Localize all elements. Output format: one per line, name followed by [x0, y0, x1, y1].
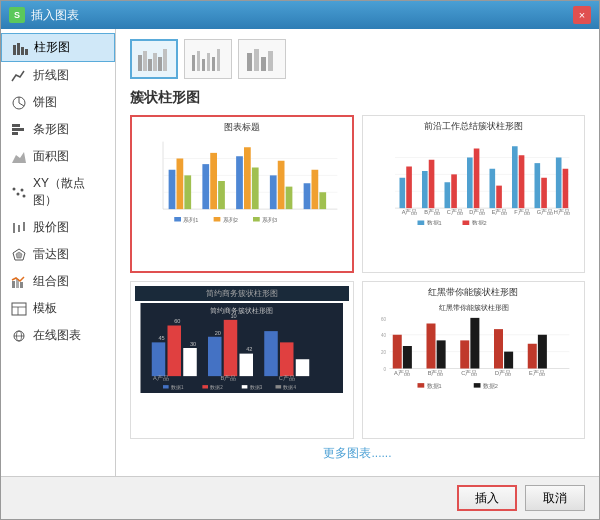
sidebar-label-area: 面积图 — [33, 148, 69, 165]
svg-rect-51 — [177, 159, 184, 210]
online-chart-icon — [11, 329, 27, 343]
pie-chart-icon — [11, 96, 27, 110]
svg-marker-10 — [12, 152, 26, 163]
sidebar-item-bar-chart[interactable]: 柱形图 — [1, 33, 115, 62]
scatter-chart-icon — [11, 185, 27, 199]
svg-rect-139 — [436, 340, 445, 368]
svg-text:C产品: C产品 — [279, 374, 295, 381]
sidebar-label-scatter: XY（散点图） — [33, 175, 105, 209]
svg-rect-39 — [212, 57, 215, 71]
sidebar-item-pie-chart[interactable]: 饼图 — [1, 89, 115, 116]
cancel-button[interactable]: 取消 — [525, 485, 585, 511]
svg-rect-123 — [163, 385, 169, 388]
close-button[interactable]: × — [573, 6, 591, 24]
svg-point-13 — [21, 189, 24, 192]
chart-card-title-0: 图表标题 — [136, 121, 348, 134]
svg-text:数据1: 数据1 — [426, 220, 441, 225]
svg-rect-9 — [12, 132, 18, 135]
svg-rect-59 — [270, 175, 277, 209]
svg-rect-129 — [276, 385, 282, 388]
more-charts-link[interactable]: 更多图表...... — [323, 446, 391, 460]
svg-rect-34 — [163, 49, 167, 71]
svg-rect-69 — [253, 217, 260, 222]
svg-rect-8 — [12, 128, 24, 131]
svg-rect-127 — [242, 385, 248, 388]
svg-marker-19 — [16, 252, 22, 258]
svg-rect-140 — [460, 340, 469, 368]
svg-text:系列2: 系列2 — [223, 217, 238, 223]
sidebar-item-hbar-chart[interactable]: 条形图 — [1, 116, 115, 143]
svg-rect-43 — [261, 57, 266, 71]
svg-rect-53 — [202, 164, 209, 209]
svg-rect-2 — [21, 47, 24, 55]
svg-rect-86 — [473, 149, 479, 209]
svg-text:数据1: 数据1 — [171, 385, 184, 390]
svg-rect-157 — [473, 383, 480, 388]
sidebar-item-stock-chart[interactable]: 股价图 — [1, 214, 115, 241]
svg-rect-138 — [426, 324, 435, 369]
svg-text:42: 42 — [246, 346, 252, 352]
insert-button[interactable]: 插入 — [457, 485, 517, 511]
svg-rect-42 — [254, 49, 259, 71]
svg-rect-67 — [214, 217, 221, 222]
chart-thumb-1[interactable] — [184, 39, 232, 79]
svg-text:A产品: A产品 — [401, 208, 417, 215]
sidebar-label-online: 在线图表 — [33, 327, 81, 344]
svg-rect-77 — [406, 167, 412, 209]
svg-rect-57 — [244, 147, 251, 209]
svg-text:红黑带你能簇状柱形图: 红黑带你能簇状柱形图 — [438, 304, 508, 312]
sidebar-item-combo-chart[interactable]: 组合图 — [1, 268, 115, 295]
main-content: 簇状柱形图 图表标题 — [116, 29, 599, 476]
svg-text:数据4: 数据4 — [283, 385, 296, 390]
chart-thumb-2[interactable] — [238, 39, 286, 79]
svg-text:数据2: 数据2 — [482, 383, 497, 389]
svg-rect-55 — [218, 181, 225, 209]
chart-card-title-2: 简约商务簇状柱形图 — [135, 286, 349, 301]
chart-card-3[interactable]: 红黑带你能簇状柱形图 红黑带你能簇状柱形图 — [362, 281, 586, 439]
svg-rect-98 — [562, 169, 568, 208]
chart-thumb-0[interactable] — [130, 39, 178, 79]
svg-rect-76 — [399, 178, 405, 208]
svg-text:B产品: B产品 — [424, 208, 440, 215]
svg-text:简约商务簇状柱形图: 简约商务簇状柱形图 — [210, 307, 273, 315]
radar-chart-icon — [11, 248, 27, 262]
svg-rect-65 — [174, 217, 181, 222]
svg-rect-143 — [504, 352, 513, 369]
svg-rect-37 — [202, 59, 205, 71]
sidebar-label-template: 模板 — [33, 300, 57, 317]
svg-rect-91 — [512, 146, 518, 208]
svg-rect-155 — [417, 383, 424, 388]
more-link-row: 更多图表...... — [130, 439, 585, 466]
sidebar-item-radar-chart[interactable]: 雷达图 — [1, 241, 115, 268]
chart-card-0[interactable]: 图表标题 — [130, 115, 354, 273]
svg-rect-36 — [197, 51, 200, 71]
hbar-chart-icon — [11, 123, 27, 137]
dialog: S 插入图表 × 柱形图 — [0, 0, 600, 520]
chart-svg-2: 简约商务簇状柱形图 A产品 — [135, 303, 349, 393]
sidebar-label-line: 折线图 — [33, 67, 69, 84]
svg-text:C产品: C产品 — [446, 208, 462, 215]
svg-rect-20 — [12, 281, 15, 288]
svg-rect-94 — [534, 163, 540, 208]
svg-rect-7 — [12, 124, 20, 127]
svg-rect-105 — [152, 342, 166, 376]
sidebar-item-scatter-chart[interactable]: XY（散点图） — [1, 170, 115, 214]
svg-rect-54 — [210, 153, 217, 209]
svg-rect-137 — [402, 346, 411, 369]
svg-rect-97 — [555, 158, 561, 209]
svg-text:10: 10 — [231, 313, 237, 319]
chart-card-2[interactable]: 简约商务簇状柱形图 简约商务簇状柱形图 — [130, 281, 354, 439]
sidebar-item-online-chart[interactable]: 在线图表 — [1, 322, 115, 349]
svg-rect-80 — [428, 160, 434, 208]
chart-card-1[interactable]: 前沿工作总结簇状柱形图 A产品 B产品 — [362, 115, 586, 273]
section-title: 簇状柱形图 — [130, 89, 585, 107]
svg-rect-108 — [208, 337, 222, 376]
svg-rect-125 — [202, 385, 208, 388]
svg-rect-44 — [268, 51, 273, 71]
sidebar-item-area-chart[interactable]: 面积图 — [1, 143, 115, 170]
sidebar-item-template[interactable]: 模板 — [1, 295, 115, 322]
svg-rect-110 — [240, 354, 254, 377]
svg-text:系列3: 系列3 — [262, 217, 277, 223]
sidebar-item-line-chart[interactable]: 折线图 — [1, 62, 115, 89]
svg-rect-142 — [494, 329, 503, 368]
